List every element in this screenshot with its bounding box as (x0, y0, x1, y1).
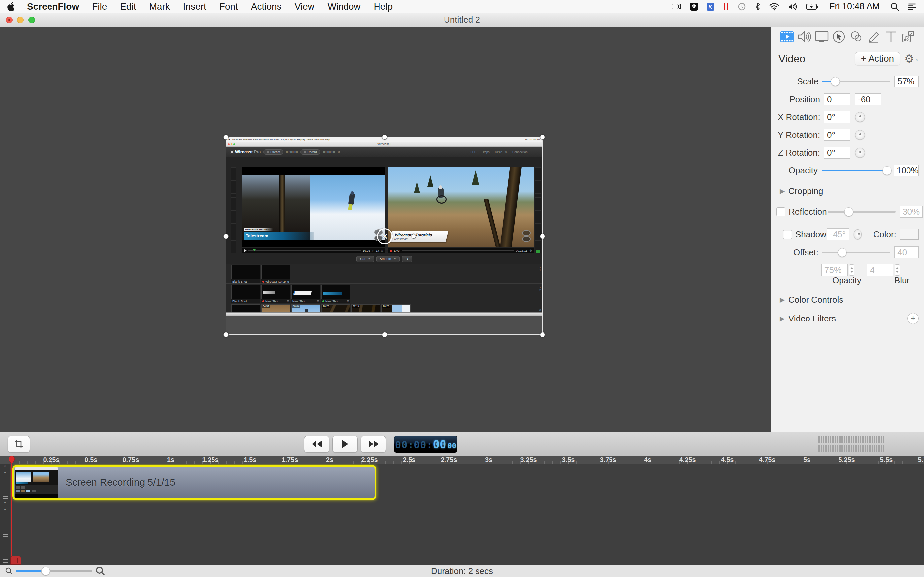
timeline-zoom-slider[interactable] (16, 570, 92, 572)
handle-bottom-right[interactable] (540, 332, 545, 337)
volume-icon[interactable] (788, 3, 798, 11)
zoom-in-icon[interactable] (96, 566, 105, 576)
minimize-button[interactable] (17, 17, 24, 23)
tab-screen[interactable] (814, 30, 829, 43)
battery-icon[interactable] (806, 3, 819, 10)
z-rotation-dial[interactable] (855, 148, 865, 158)
tab-audio[interactable] (797, 30, 811, 43)
playhead-marker[interactable] (8, 456, 15, 464)
x-rotation-dial[interactable] (855, 112, 865, 122)
opacity-value-field[interactable]: 100% (893, 164, 919, 176)
handle-middle-left[interactable] (223, 234, 229, 239)
tab-media-library[interactable] (901, 30, 916, 43)
menubar-app-name[interactable]: ScreenFlow (27, 1, 79, 12)
fast-forward-button[interactable] (361, 435, 386, 453)
menubar-clock[interactable]: Fri 10:48 AM (829, 1, 880, 11)
color-controls-label[interactable]: Color Controls (788, 295, 843, 305)
zoom-button[interactable] (28, 17, 35, 23)
z-rotation-field[interactable]: 0° (824, 147, 850, 159)
track1-down-icon[interactable]: ⌄ (3, 469, 7, 474)
editing-canvas[interactable]: ● Wirecast File Edit Switch Media Source… (0, 27, 771, 432)
offset-value-field[interactable]: 40 (894, 246, 919, 258)
menubar-item-view[interactable]: View (295, 1, 315, 12)
y-rotation-field[interactable]: 0° (824, 129, 850, 141)
pause-indicator-icon[interactable] (723, 2, 729, 11)
opacity-slider[interactable] (822, 164, 890, 177)
shadow-angle-dial[interactable] (854, 229, 862, 239)
shadow-angle-field[interactable]: -45° (827, 229, 849, 240)
track2-options-icon[interactable] (3, 535, 8, 538)
add-video-filter-button[interactable]: + (908, 313, 919, 324)
shadow-blur-stepper[interactable] (895, 264, 900, 276)
panel-gear-menu[interactable]: ⚙⌄ (904, 52, 919, 65)
track1-options-icon[interactable] (3, 495, 8, 498)
zoom-out-icon[interactable] (5, 567, 13, 575)
video-filters-disclosure-icon[interactable]: ▶ (780, 314, 788, 322)
track1-header[interactable]: ⌃ ⌄ (0, 465, 10, 501)
spotlight-icon[interactable] (890, 2, 899, 11)
time-machine-icon[interactable] (738, 2, 746, 11)
close-button[interactable] (6, 17, 13, 23)
cropping-label[interactable]: Cropping (788, 186, 823, 196)
shadow-color-well[interactable] (900, 229, 919, 240)
evernote-icon[interactable] (690, 3, 698, 11)
reflection-checkbox[interactable] (777, 207, 785, 216)
playhead-grip[interactable] (10, 556, 21, 565)
track2-header[interactable]: ⌃ ⌄ (0, 502, 10, 541)
tab-color[interactable] (849, 30, 864, 43)
video-filters-label[interactable]: Video Filters (788, 314, 836, 324)
rewind-button[interactable] (304, 435, 330, 453)
track3-header[interactable] (0, 542, 10, 565)
display-camera-icon[interactable] (672, 3, 682, 10)
cropping-disclosure-icon[interactable]: ▶ (780, 187, 788, 195)
handle-top-center[interactable] (382, 135, 388, 140)
color-controls-disclosure-icon[interactable]: ▶ (780, 296, 788, 304)
scale-slider[interactable] (822, 75, 890, 88)
menubar-item-edit[interactable]: Edit (120, 1, 136, 12)
shadow-opacity-stepper[interactable] (849, 264, 855, 276)
menubar-item-file[interactable]: File (92, 1, 107, 12)
timeline-tracks[interactable]: ⌃ ⌄ ⌃ ⌄ Screen R (0, 464, 924, 565)
timeline-clip[interactable]: Screen Recording 5/1/15 (12, 465, 376, 500)
tab-video[interactable] (780, 30, 794, 43)
menubar-item-font[interactable]: Font (220, 1, 238, 12)
position-x-field[interactable]: 0 (824, 93, 850, 105)
handle-bottom-center[interactable] (382, 332, 388, 337)
tab-text[interactable] (884, 30, 898, 43)
keyboard-maestro-icon[interactable]: K (706, 3, 714, 11)
menubar-item-insert[interactable]: Insert (183, 1, 206, 12)
menubar-item-actions[interactable]: Actions (251, 1, 281, 12)
track3-options-icon[interactable] (3, 559, 8, 563)
notification-center-icon[interactable] (908, 3, 917, 10)
tab-cursor[interactable] (832, 30, 846, 43)
apple-menu-icon[interactable] (7, 2, 15, 11)
menubar-item-mark[interactable]: Mark (150, 1, 170, 12)
track2-down-icon[interactable]: ⌄ (3, 506, 7, 510)
timeline-ruler[interactable]: 0.25s0.5s0.75s1s1.25s1.5s1.75s2s2.25s2.5… (0, 456, 924, 464)
crop-button[interactable] (8, 435, 30, 453)
shadow-checkbox[interactable] (783, 230, 792, 239)
add-action-button[interactable]: + Action (855, 52, 900, 65)
bluetooth-icon[interactable] (755, 2, 761, 11)
x-rotation-field[interactable]: 0° (824, 111, 850, 123)
menubar-item-help[interactable]: Help (373, 1, 393, 12)
anchor-point-handle[interactable] (412, 234, 416, 239)
y-rotation-dial[interactable] (855, 130, 865, 140)
scale-value-field[interactable]: 57% (894, 76, 919, 87)
tab-annotations[interactable] (866, 30, 881, 43)
offset-slider[interactable] (822, 246, 890, 259)
reflection-value-field[interactable]: 30% (900, 206, 923, 218)
handle-top-left[interactable] (223, 135, 229, 140)
handle-middle-right[interactable] (540, 234, 545, 239)
playhead-line[interactable] (11, 456, 12, 565)
wifi-icon[interactable] (769, 3, 779, 11)
handle-bottom-left[interactable] (223, 332, 229, 337)
play-button[interactable] (332, 435, 358, 453)
shadow-opacity-field[interactable]: 75% (821, 264, 848, 276)
selected-screen-recording-element[interactable]: ● Wirecast File Edit Switch Media Source… (226, 137, 543, 335)
shadow-blur-field[interactable]: 4 (867, 264, 893, 276)
reflection-slider[interactable] (828, 205, 896, 218)
menubar-item-window[interactable]: Window (328, 1, 361, 12)
position-y-field[interactable]: -60 (855, 93, 882, 105)
handle-top-right[interactable] (540, 135, 545, 140)
